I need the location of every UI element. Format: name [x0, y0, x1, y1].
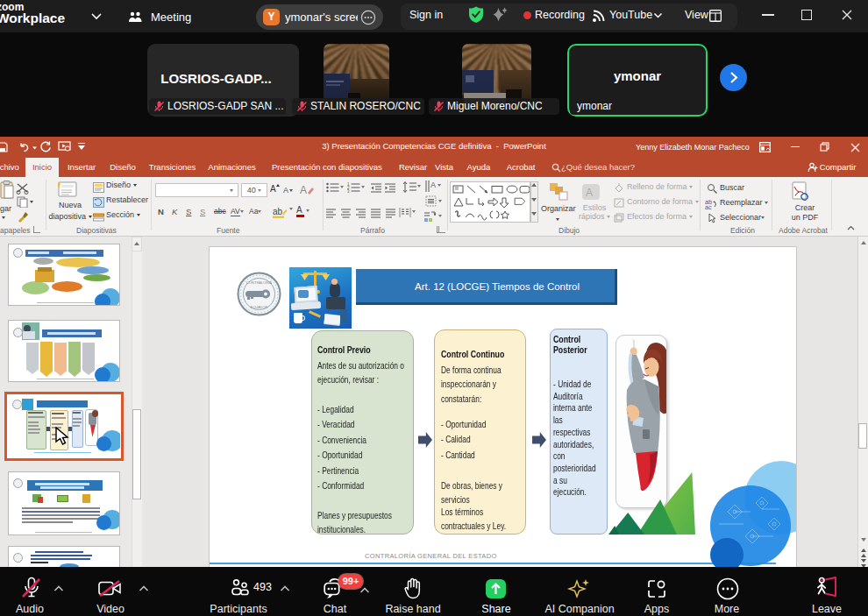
svg-text:ab: ab — [273, 207, 283, 216]
svg-text:ECUADOR: ECUADOR — [250, 305, 267, 309]
svg-text:ac: ac — [705, 204, 712, 209]
svg-text:A: A — [586, 187, 593, 199]
svg-text:A: A — [300, 184, 307, 196]
svg-text:CONTRALORIA: CONTRALORIA — [246, 280, 272, 285]
svg-text:A: A — [430, 181, 436, 189]
svg-text:3: 3 — [347, 189, 350, 193]
